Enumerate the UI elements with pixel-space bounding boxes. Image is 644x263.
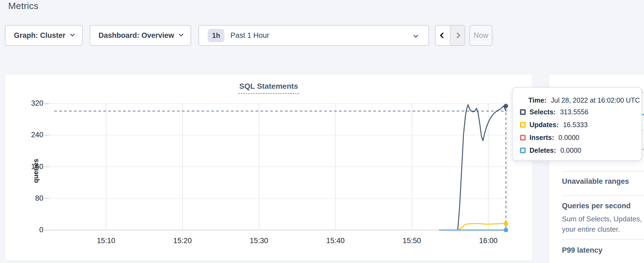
next-time-button[interactable] <box>450 26 465 45</box>
x-axis-tick-label: 15:40 <box>319 237 352 245</box>
divider <box>562 195 644 196</box>
x-axis-tick-label: 15:50 <box>396 237 428 245</box>
now-button-label: Now <box>474 31 488 40</box>
series-line-updates <box>458 223 506 230</box>
legend-swatch-icon <box>520 122 526 128</box>
tooltip-row: Updates:16.5333 <box>520 118 642 131</box>
time-range-dropdown[interactable]: 1h Past 1 Hour <box>198 25 429 46</box>
y-axis-tick-label: 0 <box>11 226 43 234</box>
tooltip-series-label: Inserts: <box>529 134 554 142</box>
now-button[interactable]: Now <box>470 25 492 46</box>
sidebar-desc-line: your entire cluster. <box>562 225 644 234</box>
tooltip-series-value: 0.0000 <box>560 146 581 154</box>
tooltip-time-row: Time: Jul 28, 2022 at 16:02:00 UTC <box>528 95 642 106</box>
legend-swatch-icon <box>520 148 526 153</box>
hover-dot-deletes <box>504 228 508 232</box>
y-axis-tick-label: 160 <box>11 163 43 171</box>
chevron-right-icon <box>455 32 461 39</box>
chevron-left-icon <box>440 32 446 39</box>
hover-dot-updates <box>504 221 508 226</box>
time-range-label: Past 1 Hour <box>230 31 269 40</box>
sidebar-heading-queries-per-second: Queries per second <box>562 202 644 210</box>
y-axis-tick-label: 240 <box>11 131 43 139</box>
time-range-badge: 1h <box>208 29 224 42</box>
time-window-pager <box>435 25 465 46</box>
divider <box>562 171 644 172</box>
tooltip-row: Selects:313.5556 <box>520 106 642 118</box>
y-axis-tick-label: 80 <box>11 194 43 203</box>
x-axis-tick-label: 16:00 <box>472 237 505 245</box>
tooltip-time-label: Time: <box>528 96 546 104</box>
chevron-down-icon <box>414 33 418 38</box>
x-axis-tick-label: 15:10 <box>90 237 122 245</box>
legend-swatch-icon <box>520 135 526 140</box>
y-axis-label: queries <box>32 155 40 187</box>
divider <box>562 239 644 240</box>
page-title: Metrics <box>8 1 38 11</box>
series-line-selects <box>458 105 506 230</box>
sidebar-desc-line: Sum of Selects, Updates, Inser <box>562 215 644 223</box>
tooltip-series-value: 16.5333 <box>563 121 588 129</box>
chevron-down-icon <box>179 32 183 36</box>
tooltip-row: Deletes:0.0000 <box>520 144 642 157</box>
tooltip-row: Inserts:0.0000 <box>520 131 642 144</box>
tooltip-series-label: Updates: <box>529 121 559 129</box>
sql-statements-chart[interactable] <box>5 74 533 261</box>
sql-statements-chart-card: SQL Statements queries 080160240320 15:1… <box>5 74 532 261</box>
chart-hover-tooltip: Time: Jul 28, 2022 at 16:02:00 UTC Selec… <box>512 87 642 161</box>
dashboard-dropdown[interactable]: Dashboard: Overview <box>90 25 191 46</box>
tooltip-series-value: 0.0000 <box>558 134 579 142</box>
graph-scope-dropdown[interactable]: Graph: Cluster <box>5 25 83 46</box>
legend-swatch-icon <box>520 109 526 115</box>
x-axis-tick-label: 15:20 <box>166 237 199 245</box>
tooltip-series-label: Selects: <box>529 108 556 116</box>
tooltip-series-label: Deletes: <box>529 146 556 154</box>
prev-time-button[interactable] <box>436 26 450 45</box>
graph-scope-label: Graph: Cluster <box>14 31 65 40</box>
sidebar-heading-p99-latency: P99 latency <box>562 246 644 255</box>
x-axis-tick-label: 15:30 <box>243 237 275 245</box>
hover-dot-selects <box>504 104 508 108</box>
sidebar-heading-unavailable-ranges: Unavailable ranges <box>562 177 644 186</box>
y-axis-tick-label: 320 <box>11 99 43 108</box>
dashboard-label: Dashboard: Overview <box>98 31 174 40</box>
tooltip-series-value: 313.5556 <box>560 108 588 116</box>
chevron-down-icon <box>70 32 75 36</box>
tooltip-time-value: Jul 28, 2022 at 16:02:00 UTC <box>551 96 640 104</box>
